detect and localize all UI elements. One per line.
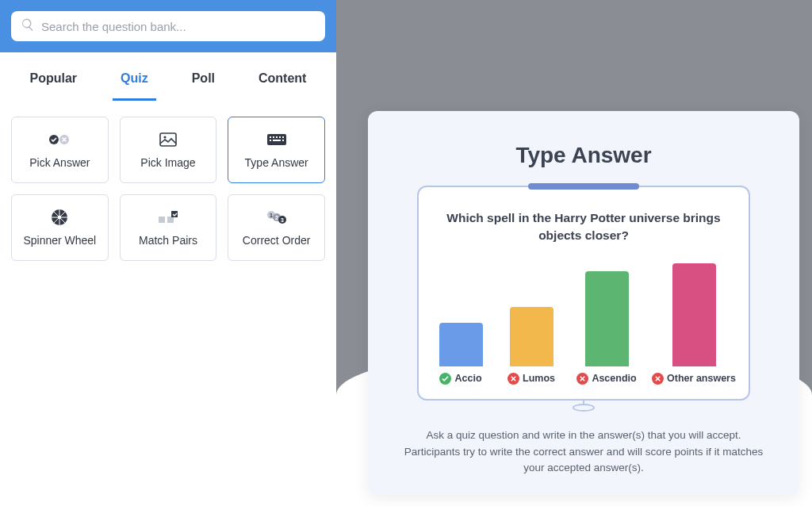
- bar-label-text: Accio: [454, 373, 481, 384]
- order-icon: 123: [266, 209, 287, 226]
- bar-lumos: Lumos: [508, 307, 555, 385]
- card-label: Pick Image: [140, 156, 195, 169]
- bar-label-text: Lumos: [523, 373, 555, 384]
- svg-text:1: 1: [270, 213, 273, 218]
- card-pick-image[interactable]: Pick Image: [120, 117, 217, 183]
- svg-text:3: 3: [281, 217, 284, 223]
- preview-card: Type Answer Which spell in the Harry Pot…: [368, 111, 799, 495]
- svg-rect-12: [282, 140, 284, 141]
- question-type-panel: Popular Quiz Poll Content Pick Answer Pi…: [0, 0, 336, 506]
- bar-chart: Accio Lumos Ascendio: [438, 266, 730, 385]
- card-label: Type Answer: [245, 156, 308, 169]
- image-icon: [159, 131, 177, 148]
- category-tabs: Popular Quiz Poll Content: [0, 52, 336, 101]
- pairs-icon: [158, 209, 178, 226]
- svg-text:2: 2: [275, 215, 278, 220]
- preview-area: Type Answer Which spell in the Harry Pot…: [336, 0, 812, 506]
- bar-label: Ascendio: [576, 373, 636, 385]
- tab-popular[interactable]: Popular: [21, 67, 85, 101]
- card-pick-answer[interactable]: Pick Answer: [11, 117, 109, 183]
- bar-label: Other answers: [652, 373, 736, 385]
- card-label: Correct Order: [243, 234, 311, 247]
- svg-rect-5: [270, 136, 271, 138]
- bar-label-text: Ascendio: [592, 373, 636, 384]
- tab-content[interactable]: Content: [251, 67, 314, 101]
- search-bar-container: [0, 0, 336, 52]
- wheel-icon: [51, 209, 68, 226]
- bar-other: Other answers: [658, 263, 730, 385]
- svg-rect-6: [273, 136, 274, 138]
- bar-accio: Accio: [438, 323, 484, 385]
- search-icon: [21, 17, 35, 35]
- wrong-icon: [508, 373, 519, 385]
- bar: [672, 263, 716, 366]
- svg-rect-2: [160, 133, 176, 146]
- card-spinner-wheel[interactable]: Spinner Wheel: [11, 194, 109, 261]
- search-field[interactable]: [11, 11, 325, 41]
- svg-point-3: [163, 136, 166, 138]
- preview-description: Ask a quiz question and write in the ans…: [400, 427, 768, 476]
- card-type-answer[interactable]: Type Answer: [228, 117, 325, 183]
- svg-rect-16: [167, 217, 174, 223]
- chart-panel: Which spell in the Harry Potter universe…: [417, 186, 750, 401]
- preview-title: Type Answer: [515, 143, 651, 168]
- chart-question: Which spell in the Harry Potter universe…: [438, 209, 730, 245]
- svg-rect-10: [270, 140, 271, 141]
- svg-rect-7: [276, 136, 278, 138]
- card-label: Match Pairs: [139, 234, 197, 247]
- card-match-pairs[interactable]: Match Pairs: [120, 194, 217, 261]
- wrong-icon: [652, 373, 664, 385]
- svg-rect-15: [159, 217, 165, 223]
- bar: [585, 271, 629, 366]
- bar: [510, 307, 553, 366]
- correct-icon: [439, 373, 451, 385]
- stand-base: [573, 404, 595, 412]
- svg-rect-11: [273, 140, 281, 141]
- card-label: Pick Answer: [29, 156, 90, 169]
- search-input[interactable]: [41, 20, 316, 33]
- bar-ascendio: Ascendio: [579, 271, 634, 385]
- wrong-icon: [576, 373, 588, 385]
- svg-rect-9: [282, 136, 284, 138]
- bar: [439, 323, 483, 366]
- card-label: Spinner Wheel: [23, 234, 96, 247]
- bar-label-text: Other answers: [667, 373, 736, 384]
- tab-poll[interactable]: Poll: [184, 67, 223, 101]
- quiz-type-grid: Pick Answer Pick Image Type Answer Spinn…: [0, 101, 336, 277]
- svg-point-14: [58, 216, 61, 219]
- svg-rect-8: [279, 136, 281, 138]
- keyboard-icon: [266, 131, 287, 148]
- tab-quiz[interactable]: Quiz: [113, 67, 156, 101]
- card-correct-order[interactable]: 123 Correct Order: [228, 194, 325, 261]
- bar-label: Lumos: [508, 373, 555, 385]
- check-x-icon: [49, 131, 70, 148]
- bar-label: Accio: [439, 373, 481, 385]
